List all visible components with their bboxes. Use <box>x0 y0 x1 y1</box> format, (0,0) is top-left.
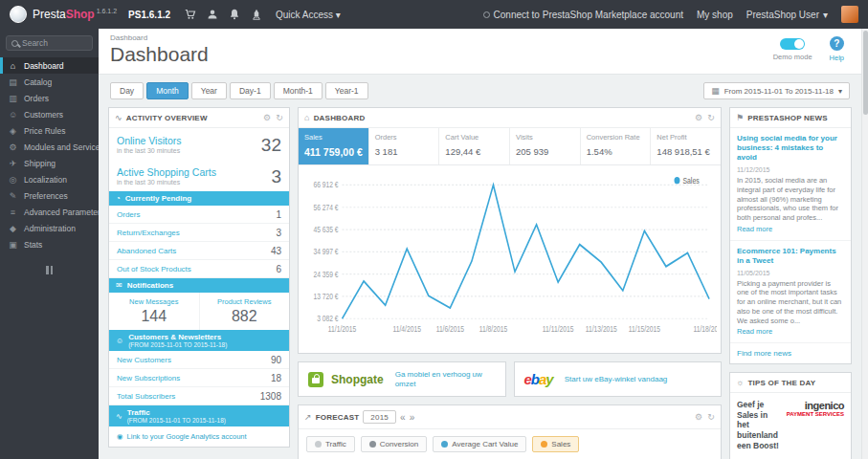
panel-settings-icon[interactable]: ⚙ <box>263 113 271 122</box>
forecast-toggle-sales[interactable]: Sales <box>532 436 579 452</box>
online-visitors-metric[interactable]: Online Visitors in the last 30 minutes 3… <box>109 128 289 160</box>
range-month-1-button[interactable]: Month-1 <box>274 82 323 99</box>
brand-version: 1.6.1.2 <box>97 8 117 14</box>
average-cart-value-dot-icon <box>441 441 448 448</box>
pending-returns-row[interactable]: Return/Exchanges3 <box>109 224 289 242</box>
range-year-1-button[interactable]: Year-1 <box>325 82 368 99</box>
panel-settings-icon[interactable]: ⚙ <box>695 113 702 122</box>
forecast-panel-header: ↗ FORECAST 2015 « » ⚙↻ <box>299 405 721 429</box>
notifications-bell-icon[interactable] <box>228 9 240 21</box>
scrollbar-thumb[interactable] <box>863 31 868 115</box>
panel-refresh-icon[interactable]: ↻ <box>707 412 715 422</box>
total-subscribers-row[interactable]: Total Subscribers1308 <box>109 387 289 405</box>
product-reviews-stat[interactable]: Product Reviews 882 <box>200 293 290 330</box>
kpi-orders[interactable]: Orders3 181 <box>369 128 440 164</box>
avatar[interactable] <box>841 6 858 23</box>
read-more-link[interactable]: Read more <box>737 327 772 337</box>
search-input[interactable] <box>22 38 89 48</box>
date-range-label: From 2015-11-01 To 2015-11-18 <box>724 87 834 96</box>
ebay-link[interactable]: Start uw eBay-winkel vandaag <box>565 375 668 384</box>
news-article-title[interactable]: Using social media for your business: 4 … <box>737 134 844 163</box>
panel-refresh-icon[interactable]: ↻ <box>276 113 283 122</box>
demo-mode-toggle[interactable] <box>780 38 805 50</box>
news-article-title[interactable]: Ecommerce 101: Payments in a Tweet <box>737 247 844 266</box>
quick-access-menu[interactable]: Quick Access ▾ <box>276 10 341 20</box>
forecast-toggle-traffic[interactable]: Traffic <box>306 436 355 452</box>
svg-text:11/1/2015: 11/1/2015 <box>328 324 356 334</box>
customer-icon[interactable] <box>206 9 218 21</box>
updates-rocket-icon[interactable] <box>250 9 262 21</box>
new-subscriptions-row[interactable]: New Subscriptions18 <box>109 369 289 387</box>
panel-refresh-icon[interactable]: ↻ <box>707 113 715 122</box>
sidebar-item-dashboard[interactable]: ⌂Dashboard <box>0 57 99 74</box>
date-range-toolbar: Day Month Year Day-1 Month-1 Year-1 ▦ Fr… <box>99 75 861 105</box>
shopgate-name: Shopgate <box>331 373 384 386</box>
sidebar-item-localization[interactable]: ◎Localization <box>0 171 99 187</box>
quick-access-label: Quick Access <box>276 10 333 20</box>
sidebar-item-advanced-parameters[interactable]: ≡Advanced Parameters <box>0 204 99 220</box>
forecast-next-button[interactable]: » <box>410 412 415 423</box>
kpi-net-profit[interactable]: Net Profit148 918,51 € <box>651 128 721 164</box>
active-carts-metric[interactable]: Active Shopping Carts in the last 30 min… <box>109 160 289 191</box>
sidebar-item-price-rules[interactable]: ◈Price Rules <box>0 122 99 139</box>
kpi-visits[interactable]: Visits205 939 <box>510 128 581 164</box>
caret-down-icon: ▾ <box>336 10 341 20</box>
shop-name[interactable]: PS1.6.1.2 <box>128 10 170 20</box>
news-column: ⚑ PRESTASHOP NEWS Using social media for… <box>729 107 852 459</box>
ingenico-logo: ingenico PAYMENT SERVICES <box>787 400 844 417</box>
sidebar: ⌂Dashboard ▤Catalog ▥Orders ☺Customers ◈… <box>0 29 99 459</box>
find-more-news-link[interactable]: Find more news <box>730 343 851 363</box>
read-more-link[interactable]: Read more <box>737 225 772 234</box>
date-range-picker[interactable]: ▦ From 2015-11-01 To 2015-11-18 ▾ <box>703 82 850 99</box>
user-menu[interactable]: PrestaShop User ▾ <box>746 10 828 20</box>
forecast-year-select[interactable]: 2015 <box>363 410 396 424</box>
sidebar-item-catalog[interactable]: ▤Catalog <box>0 74 99 90</box>
help-label: Help <box>830 54 844 62</box>
abandoned-carts-row[interactable]: Abandoned Carts43 <box>109 242 289 260</box>
chip-label: Sales <box>551 440 570 448</box>
search-icon <box>11 40 18 47</box>
new-customers-row[interactable]: New Customers90 <box>109 351 289 369</box>
forecast-prev-button[interactable]: « <box>400 412 406 423</box>
stats-icon: ▣ <box>8 240 18 250</box>
svg-text:34 997 €: 34 997 € <box>313 248 339 257</box>
sidebar-item-preferences[interactable]: ✎Preferences <box>0 187 99 204</box>
range-day-button[interactable]: Day <box>110 82 144 99</box>
notifications-header: ✉ Notifications <box>109 278 289 293</box>
person-icon: ☺ <box>116 337 123 345</box>
panel-settings-icon[interactable]: ⚙ <box>695 412 702 422</box>
brand-name: Presta <box>33 8 66 21</box>
help-control: ? Help <box>830 36 844 62</box>
out-of-stock-row[interactable]: Out of Stock Products6 <box>109 260 289 278</box>
new-messages-stat[interactable]: New Messages 144 <box>109 293 200 330</box>
pending-orders-row[interactable]: Orders1 <box>109 206 289 224</box>
forecast-toggle-average-cart-value[interactable]: Average Cart Value <box>433 436 526 452</box>
help-icon[interactable]: ? <box>830 36 844 51</box>
google-analytics-link[interactable]: ◉ Link to your Google Analytics account <box>109 426 289 447</box>
vertical-scrollbar[interactable] <box>861 29 868 459</box>
kpi-cart-value[interactable]: Cart Value129,44 € <box>439 128 510 164</box>
kpi-sales[interactable]: Sales411 759,00 € <box>299 128 369 164</box>
sidebar-item-orders[interactable]: ▥Orders <box>0 90 99 106</box>
customers-subtitle: (FROM 2015-11-01 TO 2015-11-18) <box>128 341 227 348</box>
sidebar-item-modules[interactable]: ⚙Modules and Services <box>0 139 99 155</box>
forecast-toggle-conversion[interactable]: Conversion <box>361 436 427 452</box>
sidebar-item-stats[interactable]: ▣Stats <box>0 236 99 252</box>
row-value: 6 <box>276 264 281 274</box>
sidebar-item-customers[interactable]: ☺Customers <box>0 106 99 122</box>
collapse-sidebar-button[interactable] <box>0 266 99 274</box>
svg-text:11/18/2015: 11/18/2015 <box>694 324 717 334</box>
range-month-button[interactable]: Month <box>146 82 189 99</box>
range-year-button[interactable]: Year <box>191 82 227 99</box>
shopgate-link[interactable]: Ga mobiel en verhoog uw omzet <box>395 370 496 388</box>
connect-marketplace-link[interactable]: Connect to PrestaShop Marketplace accoun… <box>483 10 683 20</box>
advanced-parameters-icon: ≡ <box>8 208 18 217</box>
sidebar-item-shipping[interactable]: ✈Shipping <box>0 155 99 171</box>
sales-line-chart[interactable]: 3 082 €13 720 €24 359 €34 997 €45 635 €5… <box>302 171 717 351</box>
range-day-1-button[interactable]: Day-1 <box>230 82 271 99</box>
my-shop-link[interactable]: My shop <box>697 10 733 20</box>
kpi-conversion-rate[interactable]: Conversion Rate1.54% <box>581 128 652 164</box>
sidebar-item-administration[interactable]: ◆Administration <box>0 220 99 236</box>
cart-icon[interactable] <box>184 9 196 21</box>
sidebar-search[interactable] <box>6 35 93 51</box>
